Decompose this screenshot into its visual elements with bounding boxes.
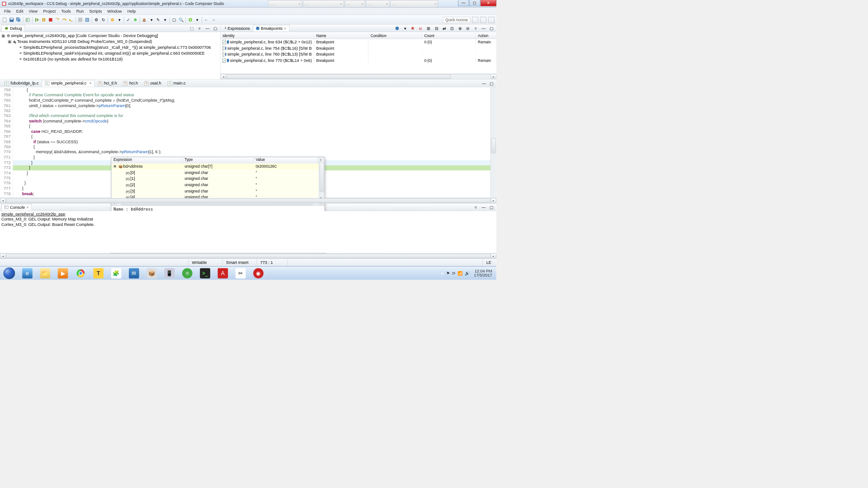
bp-tool-9[interactable]: ⊖ — [465, 25, 471, 32]
taskbar-app-2[interactable]: 🧩 — [107, 266, 125, 280]
editor-min[interactable]: — — [481, 80, 487, 87]
bp-view-menu[interactable]: ▿ — [473, 25, 479, 32]
popup-row[interactable]: (x)[1]unsigned char'' — [111, 176, 319, 182]
start-button[interactable] — [0, 266, 19, 280]
taskbar-app-4[interactable]: 📱 — [160, 266, 178, 280]
taskbar-app-5[interactable]: ⚛ — [179, 266, 196, 280]
breakpoint-checkbox[interactable] — [222, 40, 226, 44]
bp-hscroll-left[interactable]: ◂ — [221, 74, 226, 79]
editor-tab[interactable]: cmain.c — [164, 80, 189, 87]
breakpoint-row[interactable]: simple_peripheral.c, line 760 ($C$L13) [… — [221, 51, 496, 57]
menu-window[interactable]: Window — [104, 8, 124, 14]
editor-tab-close[interactable]: × — [89, 81, 91, 86]
bp-remove-all[interactable]: ⦻ — [418, 25, 424, 32]
taskbar-outlook[interactable]: ✉ — [125, 266, 143, 280]
popup-row[interactable]: (x)[2]unsigned char'' — [111, 182, 319, 188]
debug-view-tool-1[interactable]: ⬚ — [189, 25, 195, 32]
perspective-open[interactable] — [488, 17, 495, 23]
taskbar-app-6[interactable]: >_ — [196, 266, 214, 280]
bp-tool-1[interactable] — [394, 25, 401, 32]
tray-flag-icon[interactable]: ⚑ — [446, 271, 450, 276]
editor-max[interactable]: ▢ — [488, 80, 495, 87]
tray-clock[interactable]: 12:04 PM 17/5/2017 — [472, 269, 494, 278]
debug-view-tab[interactable]: Debug — [1, 25, 25, 31]
breakpoints-tab[interactable]: Breakpoints × — [253, 25, 289, 31]
menu-run[interactable]: Run — [74, 8, 87, 14]
tool-button-9[interactable]: ✎ — [155, 17, 161, 23]
bp-tool-menu[interactable]: ▾ — [402, 25, 408, 32]
editor-tab[interactable]: csimple_peripheral.c× — [42, 80, 94, 87]
editor-hscroll-right[interactable]: ▸ — [491, 198, 496, 203]
bp-tool-5[interactable]: ⊟ — [434, 25, 440, 32]
save-all-button[interactable] — [15, 17, 22, 23]
breakpoint-row[interactable]: simple_peripheral.c, line 634 ($C$L2 + 0… — [221, 39, 496, 45]
grid-button[interactable] — [77, 17, 84, 23]
breakpoint-row[interactable]: simple_peripheral.c, line 770 ($C$L14 + … — [221, 57, 496, 64]
console-view-menu[interactable]: ▿ — [473, 204, 479, 211]
tool-button-2[interactable]: ⚙ — [93, 17, 99, 23]
quick-access-field[interactable]: Quick Access — [443, 17, 471, 23]
search-button[interactable]: 🔍 — [178, 17, 184, 23]
breakpoint-checkbox[interactable] — [222, 52, 224, 56]
menu-scripts[interactable]: Scripts — [86, 8, 104, 14]
debug-button[interactable] — [187, 17, 193, 23]
menu-project[interactable]: Project — [40, 8, 58, 14]
menu-edit[interactable]: Edit — [14, 8, 26, 14]
taskbar-explorer[interactable]: 📁 — [36, 266, 54, 280]
bp-view-min[interactable]: — — [481, 25, 487, 32]
step-over-button[interactable] — [61, 17, 67, 23]
tool-button-1[interactable] — [84, 17, 90, 23]
tool-button-8[interactable]: ▾ — [148, 17, 155, 23]
code-editor[interactable]: 7587597607617627637647657667677687697707… — [0, 87, 496, 197]
step-into-button[interactable] — [54, 17, 61, 23]
popup-vscroll[interactable]: ▴ ▾ — [319, 157, 324, 200]
tray-sync-icon[interactable]: ⟳ — [452, 271, 456, 276]
breakpoint-row[interactable]: simple_peripheral.c, line 754 ($C$L16) [… — [221, 45, 496, 52]
taskbar-app-1[interactable]: T — [90, 266, 107, 280]
tool-button-6[interactable]: ✓ — [125, 17, 132, 23]
taskbar-media[interactable]: ▶ — [54, 266, 71, 280]
forward-button[interactable]: → — [210, 17, 217, 23]
menu-view[interactable]: View — [26, 8, 40, 14]
bp-tool-4[interactable]: ⊞ — [425, 25, 432, 32]
save-button[interactable] — [9, 17, 15, 23]
tray-network-icon[interactable]: 📶 — [458, 271, 462, 276]
debug-view-menu[interactable]: ▿ — [197, 25, 203, 32]
editor-tab[interactable]: hhci.h — [120, 80, 141, 87]
tool-button-10[interactable]: ▾ — [162, 17, 168, 23]
expressions-tab[interactable]: ᵡ Expressions — [222, 25, 253, 32]
editor-tab[interactable]: hosal.h — [141, 80, 164, 87]
breakpoint-checkbox[interactable] — [222, 58, 226, 63]
popup-row[interactable]: (x)[3]unsigned char'' — [111, 188, 319, 194]
editor-tab[interactable]: hhci_tl.h — [95, 80, 120, 87]
tray-overflow[interactable]: ▴ — [440, 268, 444, 278]
debug-view-min[interactable]: — — [204, 25, 211, 32]
tool-button-11[interactable]: ▢ — [171, 17, 178, 23]
new-button[interactable] — [2, 17, 8, 23]
console-body[interactable]: simple_peripheral_cc2640r2lp_app Cortex_… — [0, 211, 496, 253]
debug-tree-row[interactable]: ▣🔌Texas Instruments XDS110 USB Debug Pro… — [0, 38, 220, 44]
tool-button-4[interactable] — [109, 17, 116, 23]
window-maximize-button[interactable]: ▢ — [469, 0, 480, 6]
bp-tool-7[interactable]: ⊡ — [449, 25, 455, 32]
popup-row[interactable]: (x)[0]unsigned char'' — [111, 169, 319, 176]
taskbar-ccs[interactable]: ◉ — [250, 266, 267, 280]
popup-col-value[interactable]: Value — [254, 157, 318, 163]
step-return-button[interactable] — [68, 17, 74, 23]
debug-tree-row[interactable]: ▣⚙simple_peripheral_cc2640r2lp_app [Code… — [0, 33, 220, 39]
taskbar-app-7[interactable]: ✂ — [232, 266, 250, 280]
taskbar-acrobat[interactable]: A — [214, 266, 231, 280]
tool-button-12[interactable]: ▾ — [194, 17, 200, 23]
console-tab[interactable]: Console × — [1, 204, 32, 210]
editor-hscroll-left[interactable]: ◂ — [0, 198, 6, 203]
bp-tool-6[interactable]: ⇄ — [441, 25, 448, 32]
breakpoint-checkbox[interactable] — [222, 46, 224, 51]
bp-remove[interactable]: ✖ — [410, 25, 416, 32]
menu-file[interactable]: File — [1, 8, 14, 14]
tool-button-7[interactable] — [132, 17, 139, 23]
bp-tool-8[interactable]: ⊕ — [457, 25, 463, 32]
debug-tree-row[interactable]: ≡SimpleBLEPeripheral_taskFxn(unsigned in… — [0, 50, 220, 56]
debug-tree-row[interactable]: ≡SimpleBLEPeripheral_processStackMsg(str… — [0, 44, 220, 50]
menu-help[interactable]: Help — [125, 8, 139, 14]
menu-tools[interactable]: Tools — [58, 8, 73, 14]
